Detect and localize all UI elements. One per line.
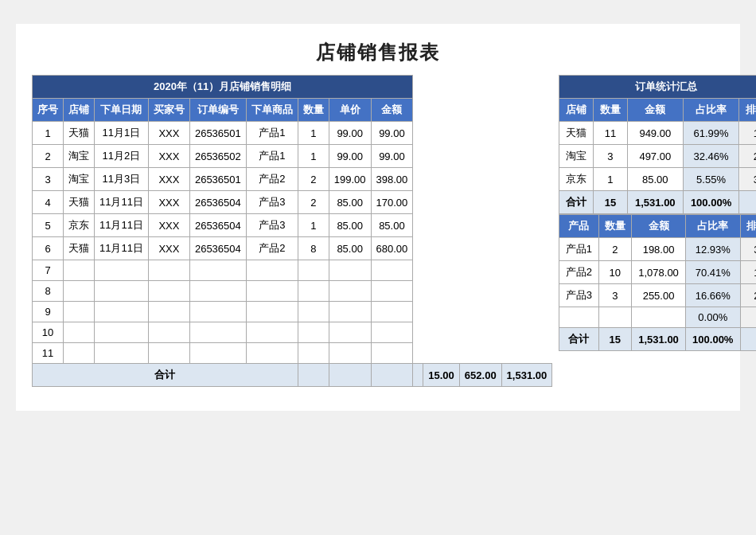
rt-row: 天猫11949.0061.99%1 — [559, 122, 756, 145]
left-cell — [329, 343, 371, 364]
main-title: 店铺销售报表 — [32, 40, 724, 65]
left-cell: 99.00 — [329, 122, 371, 145]
rb-row: 产品12198.0012.93%3 — [559, 238, 756, 261]
left-cell: 11月11日 — [95, 237, 149, 260]
left-section: 2020年（11）月店铺销售明细 序号 店铺 下单日期 买家号 订单编号 下单商… — [32, 75, 552, 387]
tables-wrapper: 2020年（11）月店铺销售明细 序号 店铺 下单日期 买家号 订单编号 下单商… — [32, 75, 724, 387]
left-section-title: 2020年（11）月店铺销售明细 — [33, 76, 413, 99]
left-cell: 11月3日 — [95, 168, 149, 191]
table-row: 2淘宝11月2日XXX26536502产品1199.0099.00 — [33, 145, 552, 168]
left-cell: 4 — [33, 191, 64, 214]
left-cell: 26536504 — [189, 191, 246, 214]
left-cell: 3 — [33, 168, 64, 191]
rb-row: 产品2101,078.0070.41%1 — [559, 261, 756, 284]
left-cell: 99.00 — [371, 122, 413, 145]
left-cell: 85.00 — [329, 214, 371, 237]
left-cell — [64, 343, 95, 364]
rb-col-qty: 数量 — [598, 215, 632, 238]
rt-col-amount: 金额 — [627, 99, 683, 122]
table-row: 4天猫11月11日XXX26536504产品3285.00170.00 — [33, 191, 552, 214]
left-cell: 2 — [298, 191, 329, 214]
left-cell — [189, 322, 246, 343]
left-cell — [95, 260, 149, 281]
left-cell — [298, 343, 329, 364]
left-cell — [64, 281, 95, 302]
rb-col-product: 产品 — [559, 215, 598, 238]
left-cell — [189, 281, 246, 302]
left-cell: 5 — [33, 214, 64, 237]
rb-summary-row: 合计151,531.00100.00% — [559, 328, 756, 351]
left-cell — [148, 302, 189, 322]
left-cell — [371, 281, 413, 302]
left-cell: 11月2日 — [95, 145, 149, 168]
rb-col-rank: 排名 — [740, 215, 756, 238]
left-cell: 天猫 — [64, 237, 95, 260]
left-cell: 85.00 — [329, 237, 371, 260]
rb-col-pct: 占比率 — [685, 215, 740, 238]
left-cell — [298, 302, 329, 322]
col-header-buyer: 买家号 — [148, 99, 189, 122]
left-cell — [148, 343, 189, 364]
left-cell — [329, 302, 371, 322]
left-cell — [189, 260, 246, 281]
table-row: 3淘宝11月3日XXX26536501产品22199.00398.00 — [33, 168, 552, 191]
left-cell: 8 — [33, 281, 64, 302]
left-cell — [95, 302, 149, 322]
right-section: 订单统计汇总 店铺 数量 金额 占比率 排名 天猫11949.0061.99%1… — [559, 75, 756, 387]
table-row: 8 — [33, 281, 552, 302]
rt-col-pct: 占比率 — [683, 99, 739, 122]
left-cell: 10 — [33, 322, 64, 343]
left-cell: 26536501 — [189, 168, 246, 191]
table-row: 11 — [33, 343, 552, 364]
left-cell — [298, 322, 329, 343]
table-row: 7 — [33, 260, 552, 281]
left-cell — [371, 302, 413, 322]
left-cell: 京东 — [64, 214, 95, 237]
left-cell: 1 — [298, 214, 329, 237]
left-cell: 产品2 — [246, 168, 298, 191]
left-cell: 99.00 — [329, 145, 371, 168]
left-cell — [64, 322, 95, 343]
right-bottom-table: 产品 数量 金额 占比率 排名 产品12198.0012.93%3产品2101,… — [559, 214, 756, 351]
table-row: 10 — [33, 322, 552, 343]
page-container: 店铺销售报表 2020年（11）月店铺销售明细 序号 店铺 下单日期 买家号 订… — [16, 24, 740, 411]
table-row: 9 — [33, 302, 552, 322]
left-cell — [95, 322, 149, 343]
left-cell: 26536504 — [189, 214, 246, 237]
left-cell — [371, 322, 413, 343]
rt-summary-row: 合计151,531.00100.00% — [559, 191, 756, 214]
col-header-amount: 金额 — [371, 99, 413, 122]
left-cell: 26536502 — [189, 145, 246, 168]
right-section-title: 订单统计汇总 — [559, 76, 756, 99]
left-cell: XXX — [148, 168, 189, 191]
left-cell: XXX — [148, 145, 189, 168]
left-cell: 26536504 — [189, 237, 246, 260]
left-cell — [329, 322, 371, 343]
left-cell: 99.00 — [371, 145, 413, 168]
left-cell: 85.00 — [329, 191, 371, 214]
col-header-qty: 数量 — [298, 99, 329, 122]
left-cell — [371, 260, 413, 281]
left-summary-row: 合计15.00652.001,531.00 — [33, 364, 552, 387]
table-row: 5京东11月11日XXX26536504产品3185.0085.00 — [33, 214, 552, 237]
left-cell — [329, 260, 371, 281]
left-cell: 170.00 — [371, 191, 413, 214]
rt-col-rank: 排名 — [739, 99, 756, 122]
col-header-date: 下单日期 — [95, 99, 149, 122]
left-cell: 天猫 — [64, 191, 95, 214]
rb-row: 0.00% — [559, 307, 756, 328]
left-cell: 产品1 — [246, 145, 298, 168]
left-cell: 11 — [33, 343, 64, 364]
left-cell: 产品3 — [246, 214, 298, 237]
left-cell: XXX — [148, 214, 189, 237]
left-cell: 11月11日 — [95, 214, 149, 237]
left-cell: 产品2 — [246, 237, 298, 260]
rt-row: 京东185.005.55%3 — [559, 168, 756, 191]
left-cell: 天猫 — [64, 122, 95, 145]
left-cell — [298, 281, 329, 302]
left-cell: 11月1日 — [95, 122, 149, 145]
left-cell — [95, 343, 149, 364]
left-cell: 产品3 — [246, 191, 298, 214]
left-cell: 1 — [33, 122, 64, 145]
table-row: 6天猫11月11日XXX26536504产品2885.00680.00 — [33, 237, 552, 260]
